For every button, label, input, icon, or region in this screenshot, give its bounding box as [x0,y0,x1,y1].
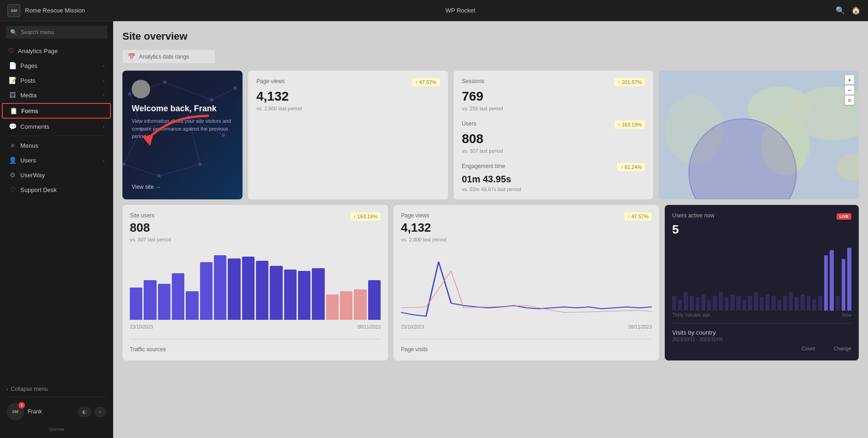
active-bar-23 [801,294,805,311]
page-title: Site overview [122,30,859,42]
search-menu[interactable]: 🔍 Search menu [6,26,107,39]
page-views-chart-title: Page views [401,212,431,219]
comments-icon: 💬 [8,123,17,130]
search-icon[interactable]: 🔍 [836,6,845,15]
map-zoom-in-button[interactable]: + [845,75,854,84]
sessions-vs: vs. 255 last period [462,106,645,111]
bar-7 [214,255,226,320]
active-now-title: Users active now [672,212,714,219]
layout: 🔍 Search menu ♡ Analytics Page 📄 Pages ›… [0,21,868,438]
stats-top-row: Welcome back, Frank View information abo… [122,71,859,199]
welcome-avatar [132,80,150,98]
users-icon: 👤 [8,156,17,164]
date-range-picker[interactable]: 📅 Analytics date range [122,50,215,63]
sidebar-item-forms[interactable]: 📋 Forms [2,103,111,119]
traffic-sources-title: Traffic sources [130,346,166,353]
active-bar-9 [719,292,723,311]
active-bar-12 [736,296,741,311]
sidebar-item-userway[interactable]: ⚙ UserWay [2,168,111,182]
chevron-right-icon: › [103,63,104,68]
sidebar-item-menus[interactable]: ≡ Menus [2,138,111,152]
site-users-date-from: 23/10/2023 [130,324,153,330]
welcome-title: Welcome back, Frank [132,104,233,114]
sidebar-item-pages[interactable]: 📄 Pages › [2,59,111,72]
collapse-icon: ‹ [6,387,8,392]
page-views-card: Page views ↑ 47.57% 4,132 vs. 2,800 last… [248,71,448,199]
bar-3 [158,284,170,320]
page-views-date-from: 23/10/2023 [401,324,424,330]
active-bar-2 [678,300,682,311]
bar-6 [200,262,212,320]
pages-icon: 📄 [8,62,17,69]
sidebar-item-pages-label: Pages [20,62,37,69]
date-range-label: Analytics date range [139,54,189,60]
page-views-chart-vs: vs. 2,800 last period [401,237,652,242]
topbar-right: 🔍 🏠 [836,6,861,15]
site-users-bar-chart [130,248,381,322]
sidebar-item-comments-label: Comments [20,123,49,130]
svg-line-17 [124,164,159,176]
user-footer: SM 7 Frank ◐ + [0,399,113,424]
engagement-label: Engagement time [462,163,505,169]
sidebar-item-comments[interactable]: 💬 Comments › [2,120,111,133]
active-now-bars [672,237,851,311]
users-vs: vs. 307 last period [462,148,645,154]
separator [6,136,106,136]
active-bar-26 [818,296,822,311]
bar-16 [340,291,352,320]
count-column-label: Count [801,346,815,351]
map-placeholder: + − ⊙ [659,71,859,199]
site-users-title: Site users [130,212,154,219]
view-site-button[interactable]: View site → [132,184,233,190]
sidebar-item-users[interactable]: 👤 Users › [2,153,111,167]
welcome-description: View information about your site visitor… [132,117,233,140]
forms-icon: 📋 [9,107,18,114]
user-action-button[interactable]: ◐ [78,407,91,417]
active-bar-6 [701,294,705,311]
page-visits-title: Page visits [401,346,428,353]
line-chart-svg [401,248,652,322]
sessions-value: 769 [462,89,645,104]
sidebar-item-posts[interactable]: 📝 Posts › [2,73,111,87]
bar-13 [298,271,310,320]
svg-line-18 [159,164,200,176]
sidebar-item-userway-label: UserWay [20,172,45,179]
add-user-button[interactable]: + [94,407,106,417]
collapse-menu-button[interactable]: ‹ Collapse menu [0,383,113,395]
posts-icon: 📝 [8,77,17,84]
search-placeholder: Search menu [21,29,54,36]
page-views-vs: vs. 2,800 last period [256,106,440,111]
active-bar-10 [725,297,729,311]
site-users-chart-card: Site users 808 ↑ 163.19% vs. 307 last pe… [122,205,388,360]
map-zoom-out-button[interactable]: − [845,85,854,95]
sidebar-item-support-label: Support Desk [20,186,57,193]
live-badge: LIVE [837,213,851,220]
map-reset-button[interactable]: ⊙ [845,96,854,105]
page-views-chart-badge: ↑ 47.57% [624,212,652,221]
plugin-name: WP Rocket [445,7,475,14]
sidebar-item-analytics[interactable]: ♡ Analytics Page [2,44,111,58]
site-users-badge: ↑ 163.19% [350,212,381,221]
sessions-label: Sessions [462,78,485,84]
active-bar-tall-3 [842,259,846,311]
active-bar-3 [684,292,688,311]
bar-9 [242,257,255,320]
separator-bottom [6,397,106,397]
svg-line-12 [212,88,235,100]
active-bar-20 [783,296,787,311]
users-badge: ↑ 163.19% [614,120,645,129]
sessions-card: Sessions ↑ 201.57% 769 vs. 255 last peri… [454,71,654,199]
svg-line-11 [165,82,212,100]
sidebar-item-support[interactable]: ♡ Support Desk [2,183,111,197]
bar-2 [144,280,156,320]
home-icon[interactable]: 🏠 [851,6,861,15]
sidebar-item-media[interactable]: 🖼 Media › [2,88,111,102]
visits-by-country-title: Visits by country [672,329,851,336]
topbar-left: SM Rome Rescue Mission [7,4,85,17]
userway-icon: ⚙ [8,171,17,179]
map-controls: + − ⊙ [845,75,854,105]
sidebar-item-media-label: Media [20,92,36,99]
svg-point-9 [198,162,202,166]
active-bar-7 [707,300,711,311]
charts-bottom-row: Site users 808 ↑ 163.19% vs. 307 last pe… [122,205,859,360]
